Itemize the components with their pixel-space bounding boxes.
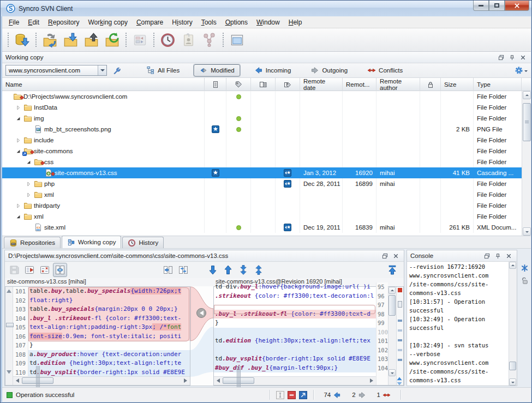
console-pin-button[interactable] <box>493 252 503 260</box>
column-header-file-status[interactable] <box>205 78 226 91</box>
expander-collapsed-icon[interactable] <box>15 202 22 209</box>
menu-tools[interactable]: Tools <box>197 17 221 28</box>
last-change-button[interactable] <box>236 263 250 277</box>
menu-working-copy[interactable]: Working copy <box>83 17 131 28</box>
table-row[interactable]: phpDec 28, 201116899mihaiFile Folder <box>2 178 522 189</box>
panel-pin-button[interactable] <box>507 53 517 62</box>
windows-layout-button[interactable] <box>227 31 247 49</box>
expander-collapsed-icon[interactable] <box>15 137 22 144</box>
scrollbar-thumb[interactable] <box>523 103 531 141</box>
settings-button[interactable] <box>515 66 528 75</box>
compare-close-button[interactable] <box>391 252 401 260</box>
menu-window[interactable]: Window <box>252 17 284 28</box>
menu-history[interactable]: History <box>168 17 196 28</box>
clear-console-button[interactable] <box>521 264 529 272</box>
maximize-button[interactable] <box>489 1 505 11</box>
toolbar-handle[interactable] <box>152 32 156 48</box>
check-out-button[interactable] <box>12 31 32 49</box>
table-row[interactable]: InstDataFile Folder <box>2 102 522 113</box>
table-row[interactable]: imgFile Folder <box>2 113 522 124</box>
panel-close-button[interactable] <box>518 53 528 62</box>
scroll-up-arrow[interactable] <box>523 91 531 99</box>
filter-outgoing[interactable]: Outgoing <box>305 64 353 76</box>
tab-working-copy[interactable]: Working copy <box>62 236 121 248</box>
working-copy-selector[interactable]: www.syncrosvnclient.com <box>5 65 107 76</box>
copy-all-changes-button[interactable] <box>176 263 190 277</box>
next-change-button[interactable] <box>206 263 220 277</box>
toolbar-handle[interactable] <box>6 32 10 48</box>
commit-button[interactable] <box>81 31 101 49</box>
left-code-area[interactable]: table.buy,table.buy_specials{width:726px… <box>28 287 190 385</box>
minimize-button[interactable] <box>473 1 489 11</box>
next-previous-difference-icon[interactable] <box>395 376 404 386</box>
table-row[interactable]: site-commons-v13.cssJan 3, 201216920miha… <box>2 167 522 178</box>
expander-collapsed-icon[interactable] <box>25 191 32 199</box>
expander-expanded-icon[interactable] <box>15 213 22 220</box>
go-first-difference-button[interactable] <box>385 263 399 277</box>
expander-expanded-icon[interactable] <box>15 115 22 122</box>
console-close-button[interactable] <box>504 252 513 260</box>
change-overview-ruler[interactable] <box>396 287 403 385</box>
column-header-remote-file-status[interactable] <box>251 78 276 91</box>
column-header-name[interactable]: Name <box>2 78 205 91</box>
menu-repository[interactable]: Repository <box>44 17 83 28</box>
right-horizontal-scrollbar[interactable] <box>214 376 376 385</box>
column-header-property-status[interactable] <box>226 78 251 91</box>
column-header-remote-author[interactable]: Remote author <box>376 78 420 91</box>
manage-working-copies-button[interactable] <box>112 66 121 75</box>
refresh-button[interactable] <box>102 31 122 49</box>
tab-history[interactable]: History <box>122 237 164 248</box>
menu-options[interactable]: Options <box>221 17 252 28</box>
console-float-button[interactable] <box>482 252 492 260</box>
expander-collapsed-icon[interactable] <box>25 181 32 188</box>
show-console-button[interactable] <box>299 391 307 399</box>
toolbar-handle[interactable] <box>34 32 38 48</box>
diff-left-pane[interactable]: 101102103104105106107108109110 table.buy… <box>5 286 190 386</box>
column-header-size[interactable]: Size <box>441 78 474 91</box>
toolbar-handle[interactable] <box>124 32 128 48</box>
menu-file[interactable]: File <box>4 17 23 28</box>
console-scrollbar[interactable] <box>509 262 517 386</box>
filter-conflicts[interactable]: Conflicts <box>362 64 408 76</box>
toolbar-handle[interactable] <box>221 32 225 48</box>
column-header-lock[interactable] <box>420 78 441 91</box>
perform-differencing-button[interactable] <box>22 263 37 277</box>
right-vertical-scrollbar[interactable] <box>388 287 396 385</box>
column-header-remote-date[interactable]: Remote date <box>300 78 343 91</box>
diff-right-pane[interactable]: td div.buy_l:hover{background-image:url(… <box>213 286 404 386</box>
first-change-button[interactable] <box>252 263 266 277</box>
update-button[interactable] <box>61 31 80 49</box>
expander-collapsed-icon[interactable] <box>15 104 22 111</box>
menu-edit[interactable]: Edit <box>23 17 44 28</box>
expander-expanded-icon[interactable] <box>25 159 32 166</box>
column-header-type[interactable]: Type <box>474 78 522 91</box>
synchronized-scrolling-button[interactable] <box>53 263 67 277</box>
close-button[interactable] <box>505 1 529 11</box>
table-row[interactable]: thirdpartyFile Folder <box>2 200 522 211</box>
table-row[interactable]: D:\Projects\www.syncrosvnclient.comFile … <box>2 91 522 102</box>
table-row[interactable]: mb_bt_screenshots.png2 KBPNG File <box>2 124 522 135</box>
column-header-remote-revision[interactable]: Remot... <box>343 78 376 91</box>
synchronize-button[interactable] <box>40 31 59 49</box>
scroll-down-arrow[interactable] <box>523 227 531 236</box>
lock-scroll-button[interactable] <box>521 276 529 285</box>
filter-all-files[interactable]: All Files <box>141 64 185 76</box>
info-toggle-button[interactable] <box>276 391 284 399</box>
left-pane-overview-bar[interactable] <box>5 287 13 385</box>
column-header-remote-property-status[interactable] <box>276 78 300 91</box>
compare-float-button[interactable] <box>380 252 390 260</box>
panel-float-button[interactable] <box>497 53 506 62</box>
hide-console-button[interactable] <box>288 391 296 399</box>
history-button[interactable] <box>158 31 177 49</box>
title-bar[interactable]: Syncro SVN Client <box>1 1 532 16</box>
table-row[interactable]: site-commonsFile Folder <box>2 146 522 157</box>
menu-help[interactable]: Help <box>284 17 307 28</box>
copy-change-left-button[interactable] <box>161 263 175 277</box>
table-row[interactable]: xmlFile Folder <box>2 189 522 200</box>
previous-change-button[interactable] <box>221 263 235 277</box>
filter-incoming[interactable]: Incoming <box>249 64 297 76</box>
filter-modified[interactable]: Modified <box>194 64 240 76</box>
table-row[interactable]: includeFile Folder <box>2 135 522 146</box>
tab-repositories[interactable]: Repositories <box>4 237 61 248</box>
menu-compare[interactable]: Compare <box>132 17 168 28</box>
